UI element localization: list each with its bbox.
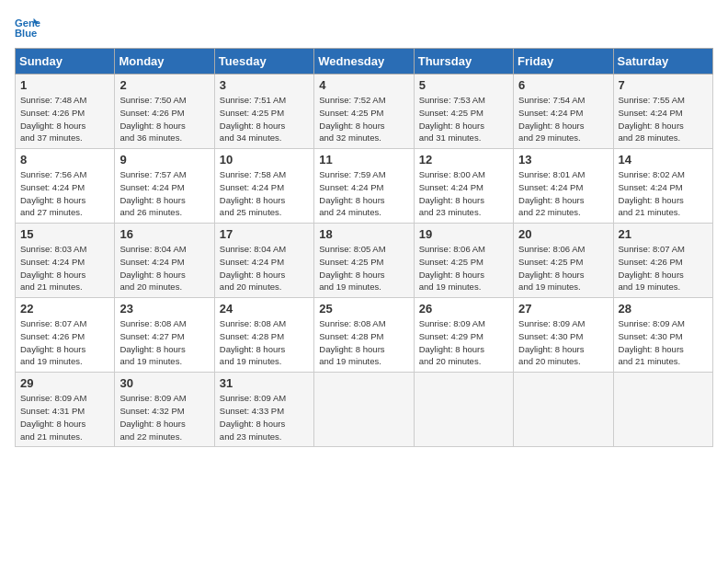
day-info: Sunrise: 8:09 AMSunset: 4:29 PMDaylight:…: [419, 317, 508, 368]
header-day-saturday: Saturday: [613, 49, 712, 75]
day-number: 12: [419, 153, 508, 167]
calendar-cell: 4Sunrise: 7:52 AMSunset: 4:25 PMDaylight…: [314, 75, 414, 149]
page-header: General Blue: [15, 15, 713, 40]
day-info: Sunrise: 8:04 AMSunset: 4:24 PMDaylight:…: [220, 243, 309, 293]
day-info: Sunrise: 8:02 AMSunset: 4:24 PMDaylight:…: [619, 168, 708, 219]
day-info: Sunrise: 7:59 AMSunset: 4:24 PMDaylight:…: [319, 168, 408, 219]
calendar-cell: 12Sunrise: 8:00 AMSunset: 4:24 PMDayligh…: [414, 149, 513, 224]
calendar-cell: 2Sunrise: 7:50 AMSunset: 4:26 PMDaylight…: [115, 75, 214, 149]
day-number: 19: [419, 227, 508, 241]
header-day-tuesday: Tuesday: [214, 49, 313, 75]
day-info: Sunrise: 7:51 AMSunset: 4:25 PMDaylight:…: [220, 94, 309, 144]
calendar-cell: 19Sunrise: 8:06 AMSunset: 4:25 PMDayligh…: [414, 224, 513, 298]
calendar-cell: 7Sunrise: 7:55 AMSunset: 4:24 PMDaylight…: [613, 75, 712, 149]
day-info: Sunrise: 8:08 AMSunset: 4:28 PMDaylight:…: [319, 317, 408, 368]
calendar-cell: 1Sunrise: 7:48 AMSunset: 4:26 PMDaylight…: [16, 75, 115, 149]
day-number: 27: [518, 302, 608, 316]
calendar-cell: 18Sunrise: 8:05 AMSunset: 4:25 PMDayligh…: [314, 224, 414, 298]
day-info: Sunrise: 8:08 AMSunset: 4:28 PMDaylight:…: [220, 317, 309, 368]
calendar-cell: 20Sunrise: 8:06 AMSunset: 4:25 PMDayligh…: [514, 224, 613, 298]
svg-text:Blue: Blue: [15, 28, 37, 39]
day-number: 16: [119, 227, 209, 241]
day-info: Sunrise: 8:09 AMSunset: 4:30 PMDaylight:…: [518, 317, 608, 368]
calendar-cell: 8Sunrise: 7:56 AMSunset: 4:24 PMDaylight…: [16, 149, 115, 224]
day-number: 9: [119, 153, 209, 167]
header-day-monday: Monday: [115, 49, 214, 75]
calendar-cell: 24Sunrise: 8:08 AMSunset: 4:28 PMDayligh…: [214, 298, 313, 373]
day-info: Sunrise: 7:52 AMSunset: 4:25 PMDaylight:…: [319, 94, 408, 144]
calendar-cell: [414, 373, 513, 447]
day-info: Sunrise: 8:01 AMSunset: 4:24 PMDaylight:…: [518, 168, 608, 219]
day-number: 28: [619, 302, 708, 316]
header-day-friday: Friday: [514, 49, 613, 75]
day-number: 2: [119, 78, 209, 92]
day-info: Sunrise: 8:04 AMSunset: 4:24 PMDaylight:…: [119, 243, 209, 293]
calendar-table: SundayMondayTuesdayWednesdayThursdayFrid…: [15, 48, 713, 447]
day-number: 13: [518, 153, 608, 167]
day-info: Sunrise: 7:53 AMSunset: 4:25 PMDaylight:…: [419, 94, 508, 144]
header-day-sunday: Sunday: [16, 49, 115, 75]
day-number: 6: [518, 78, 608, 92]
logo-icon: General Blue: [15, 15, 40, 40]
day-number: 26: [419, 302, 508, 316]
day-info: Sunrise: 7:56 AMSunset: 4:24 PMDaylight:…: [20, 168, 109, 219]
calendar-cell: 11Sunrise: 7:59 AMSunset: 4:24 PMDayligh…: [314, 149, 414, 224]
header-day-wednesday: Wednesday: [314, 49, 414, 75]
day-info: Sunrise: 7:54 AMSunset: 4:24 PMDaylight:…: [518, 94, 608, 144]
day-info: Sunrise: 8:09 AMSunset: 4:31 PMDaylight:…: [20, 392, 109, 442]
calendar-cell: 14Sunrise: 8:02 AMSunset: 4:24 PMDayligh…: [613, 149, 712, 224]
day-number: 31: [220, 376, 309, 390]
calendar-cell: 29Sunrise: 8:09 AMSunset: 4:31 PMDayligh…: [16, 373, 115, 447]
logo: General Blue: [15, 15, 44, 40]
calendar-cell: 10Sunrise: 7:58 AMSunset: 4:24 PMDayligh…: [214, 149, 313, 224]
calendar-cell: 3Sunrise: 7:51 AMSunset: 4:25 PMDaylight…: [214, 75, 313, 149]
day-info: Sunrise: 8:09 AMSunset: 4:32 PMDaylight:…: [119, 392, 209, 442]
day-number: 10: [220, 153, 309, 167]
day-info: Sunrise: 8:06 AMSunset: 4:25 PMDaylight:…: [419, 243, 508, 293]
day-info: Sunrise: 7:55 AMSunset: 4:24 PMDaylight:…: [619, 94, 708, 144]
day-number: 25: [319, 302, 408, 316]
day-number: 23: [119, 302, 209, 316]
calendar-cell: 13Sunrise: 8:01 AMSunset: 4:24 PMDayligh…: [514, 149, 613, 224]
day-info: Sunrise: 8:00 AMSunset: 4:24 PMDaylight:…: [419, 168, 508, 219]
calendar-cell: 5Sunrise: 7:53 AMSunset: 4:25 PMDaylight…: [414, 75, 513, 149]
calendar-cell: 31Sunrise: 8:09 AMSunset: 4:33 PMDayligh…: [214, 373, 313, 447]
day-info: Sunrise: 7:48 AMSunset: 4:26 PMDaylight:…: [20, 94, 109, 144]
calendar-cell: 9Sunrise: 7:57 AMSunset: 4:24 PMDaylight…: [115, 149, 214, 224]
day-number: 18: [319, 227, 408, 241]
calendar-cell: 15Sunrise: 8:03 AMSunset: 4:24 PMDayligh…: [16, 224, 115, 298]
day-info: Sunrise: 7:50 AMSunset: 4:26 PMDaylight:…: [119, 94, 209, 144]
day-info: Sunrise: 8:09 AMSunset: 4:30 PMDaylight:…: [619, 317, 708, 368]
calendar-cell: 30Sunrise: 8:09 AMSunset: 4:32 PMDayligh…: [115, 373, 214, 447]
day-number: 30: [119, 376, 209, 390]
day-number: 11: [319, 153, 408, 167]
day-number: 7: [619, 78, 708, 92]
day-info: Sunrise: 8:09 AMSunset: 4:33 PMDaylight:…: [220, 392, 309, 442]
day-number: 8: [20, 153, 109, 167]
calendar-cell: [314, 373, 414, 447]
calendar-cell: 22Sunrise: 8:07 AMSunset: 4:26 PMDayligh…: [16, 298, 115, 373]
day-info: Sunrise: 7:58 AMSunset: 4:24 PMDaylight:…: [220, 168, 309, 219]
day-info: Sunrise: 8:06 AMSunset: 4:25 PMDaylight:…: [518, 243, 608, 293]
calendar-cell: [514, 373, 613, 447]
day-number: 4: [319, 78, 408, 92]
calendar-cell: 28Sunrise: 8:09 AMSunset: 4:30 PMDayligh…: [613, 298, 712, 373]
day-number: 5: [419, 78, 508, 92]
day-number: 29: [20, 376, 109, 390]
day-info: Sunrise: 8:07 AMSunset: 4:26 PMDaylight:…: [619, 243, 708, 293]
calendar-cell: 23Sunrise: 8:08 AMSunset: 4:27 PMDayligh…: [115, 298, 214, 373]
day-info: Sunrise: 8:07 AMSunset: 4:26 PMDaylight:…: [20, 317, 109, 368]
day-info: Sunrise: 7:57 AMSunset: 4:24 PMDaylight:…: [119, 168, 209, 219]
calendar-cell: [613, 373, 712, 447]
day-number: 15: [20, 227, 109, 241]
calendar-cell: 17Sunrise: 8:04 AMSunset: 4:24 PMDayligh…: [214, 224, 313, 298]
calendar-cell: 21Sunrise: 8:07 AMSunset: 4:26 PMDayligh…: [613, 224, 712, 298]
day-number: 14: [619, 153, 708, 167]
day-number: 20: [518, 227, 608, 241]
calendar-cell: 26Sunrise: 8:09 AMSunset: 4:29 PMDayligh…: [414, 298, 513, 373]
calendar-cell: 16Sunrise: 8:04 AMSunset: 4:24 PMDayligh…: [115, 224, 214, 298]
header-day-thursday: Thursday: [414, 49, 513, 75]
day-number: 21: [619, 227, 708, 241]
calendar-cell: 27Sunrise: 8:09 AMSunset: 4:30 PMDayligh…: [514, 298, 613, 373]
day-number: 17: [220, 227, 309, 241]
